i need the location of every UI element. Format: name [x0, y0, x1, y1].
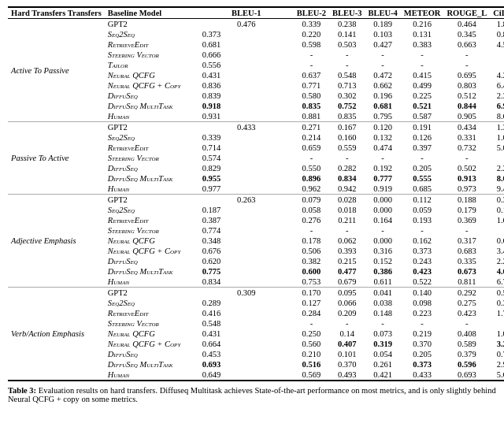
metric-cell: 0.282 [329, 163, 365, 173]
metric-cell: 0.127 [294, 298, 329, 308]
metric-cell: 0.289 [199, 298, 294, 308]
metric-cell: 0.387 [199, 215, 294, 225]
metric-cell: - [294, 50, 329, 60]
metric-cell: - [443, 50, 490, 60]
metric-cell: 0.434 [443, 122, 490, 133]
metric-cell: 0.836 [199, 80, 294, 91]
metric-cell: 0.261 [365, 359, 400, 370]
metric-cell: 0.713 [329, 80, 365, 91]
metric-cell: 6.913 [490, 101, 504, 111]
metric-cell: - [490, 318, 504, 329]
metric-cell: - [490, 153, 504, 163]
metric-cell: 2.344 [490, 91, 504, 101]
metric-cell: - [294, 225, 329, 236]
model-name-cell: Neural QCFG + Copy [105, 339, 199, 349]
metric-cell: 0.580 [294, 91, 329, 101]
metric-cell: 0.666 [199, 50, 294, 60]
metric-cell: 9.409 [490, 184, 504, 195]
metric-cell: 0.148 [365, 308, 400, 318]
model-name-cell: Steering Vector [105, 318, 199, 329]
model-name-cell: DiffuSeq [105, 163, 199, 173]
metric-cell: 0.512 [443, 91, 490, 101]
metric-cell: 0.101 [329, 349, 365, 359]
caption-text: Evaluation results on hard transfers. Di… [8, 386, 496, 403]
metric-cell: 0.000 [365, 236, 400, 246]
model-name-cell: Steering Vector [105, 153, 199, 163]
metric-cell: 0.300 [490, 298, 504, 308]
metric-cell: 0.370 [329, 359, 365, 370]
metric-cell: 0.502 [443, 163, 490, 173]
metric-cell: 0.679 [329, 277, 365, 288]
model-name-cell: DiffuSeq MultiTask [105, 173, 199, 184]
metric-cell: 8.028 [490, 173, 504, 184]
metric-cell: 0.555 [401, 173, 444, 184]
metric-cell: - [443, 60, 490, 70]
metric-cell: - [443, 225, 490, 236]
metric-cell: 0.393 [329, 246, 365, 256]
model-name-cell: Neural QCFG + Copy [105, 246, 199, 256]
metric-cell: 0.000 [365, 205, 400, 215]
metric-cell: 0.309 [199, 288, 294, 299]
model-name-cell: Human [105, 370, 199, 381]
metric-cell: 0.292 [443, 288, 490, 299]
model-name-cell: GPT2 [105, 19, 199, 30]
metric-cell: 0.472 [365, 70, 400, 80]
metric-cell: - [490, 60, 504, 70]
model-name-cell: GPT2 [105, 195, 199, 206]
table-row: Verb/Action EmphasisGPT20.3090.1700.0950… [8, 288, 504, 299]
metric-cell: 0.079 [294, 195, 329, 206]
metric-cell: 0.474 [365, 143, 400, 153]
metric-cell: 0.316 [365, 246, 400, 256]
metric-cell: 0.649 [199, 370, 294, 381]
metric-cell: 0.275 [443, 298, 490, 308]
model-name-cell: RetrieveEdit [105, 215, 199, 225]
metric-cell: 0.423 [443, 308, 490, 318]
metric-cell: 0.556 [199, 60, 294, 70]
metric-cell: 0.370 [401, 339, 444, 349]
model-name-cell: Seq2Seq [105, 298, 199, 308]
metric-cell: - [490, 50, 504, 60]
metric-cell: 0.693 [443, 370, 490, 381]
metric-cell: - [329, 50, 365, 60]
metric-cell: - [401, 318, 444, 329]
metric-cell: 0.433 [401, 370, 444, 381]
metric-cell: 0.600 [294, 266, 329, 277]
metric-cell: 0.834 [329, 173, 365, 184]
metric-cell: 0.685 [401, 184, 444, 195]
metric-cell: 0.379 [443, 349, 490, 359]
metric-cell: 0.407 [329, 339, 365, 349]
metric-cell: 0.112 [401, 195, 444, 206]
metric-cell: 0.896 [294, 173, 329, 184]
metric-cell: 0.811 [443, 277, 490, 288]
metric-cell: 4.294 [490, 70, 504, 80]
metric-cell: 0.062 [329, 236, 365, 246]
metric-cell: 0.386 [365, 266, 400, 277]
metric-cell: 1.062 [490, 132, 504, 143]
metric-cell: 0.339 [199, 132, 294, 143]
metric-cell: - [365, 225, 400, 236]
metric-cell: 0.164 [365, 215, 400, 225]
metric-cell: 0.14 [329, 329, 365, 339]
metric-cell: 0.160 [329, 132, 365, 143]
metric-cell: 0.179 [443, 205, 490, 215]
metric-cell: 0.141 [490, 205, 504, 215]
metric-cell: 0.382 [294, 256, 329, 266]
metric-cell: - [294, 318, 329, 329]
metric-cell: 0.219 [401, 329, 444, 339]
metric-cell: 0.659 [294, 143, 329, 153]
metric-cell: 0.126 [401, 132, 444, 143]
metric-cell: 0.095 [329, 288, 365, 299]
model-name-cell: Seq2Seq [105, 205, 199, 215]
metric-cell: 0.193 [401, 215, 444, 225]
metric-cell: 0.521 [401, 101, 444, 111]
model-name-cell: Seq2Seq [105, 132, 199, 143]
metric-cell: 0.369 [443, 215, 490, 225]
metric-cell: 0.587 [401, 111, 444, 122]
metric-cell: 0.637 [294, 70, 329, 80]
metric-cell: 0.058 [294, 205, 329, 215]
metric-cell: 8.603 [490, 111, 504, 122]
model-name-cell: Tailor [105, 60, 199, 70]
metric-cell: 0.803 [443, 80, 490, 91]
model-name-cell: DiffuSeq [105, 256, 199, 266]
col-header-group: Hard Transfers Transfers [8, 7, 105, 19]
